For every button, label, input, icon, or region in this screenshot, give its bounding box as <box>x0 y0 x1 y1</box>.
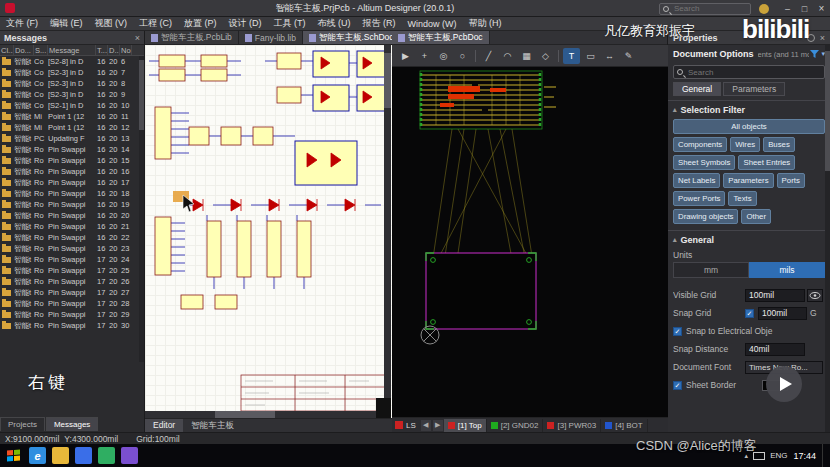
filter-button-components[interactable]: Components <box>673 137 727 152</box>
message-row[interactable]: 智能tMiPoint 1 (12162011 <box>0 111 144 122</box>
menu-item[interactable]: 编辑 (E) <box>44 17 89 30</box>
message-row[interactable]: 智能tRoPin Swappi162015 <box>0 155 144 166</box>
unit-mils-button[interactable]: mils <box>749 262 825 278</box>
layer-tab[interactable]: [4] BOT <box>601 419 648 432</box>
arc-tool-icon[interactable]: ◠ <box>499 48 516 64</box>
column-header[interactable]: Cl... <box>0 45 14 55</box>
layer-prev-button[interactable]: ◀ <box>421 420 431 431</box>
menu-item[interactable]: 放置 (P) <box>178 17 223 30</box>
via-tool-icon[interactable]: ○ <box>454 48 471 64</box>
layer-tab[interactable]: [3] PWR03 <box>543 419 601 432</box>
layer-sets-button[interactable]: LS <box>406 421 416 430</box>
message-row[interactable]: 智能tRoPin Swappi162021 <box>0 221 144 232</box>
document-tab[interactable]: Fany-lib.lib <box>239 31 303 44</box>
select-tool-icon[interactable]: ▶ <box>397 48 414 64</box>
message-row[interactable]: 智能tRoPin Swappi162020 <box>0 210 144 221</box>
menu-item[interactable]: 报告 (R) <box>357 17 402 30</box>
message-row[interactable]: 智能tCo[S2-3] in D16208 <box>0 78 144 89</box>
message-row[interactable]: 智能tRoPin Swappi172025 <box>0 265 144 276</box>
message-row[interactable]: 智能tRoPin Swappi162022 <box>0 232 144 243</box>
pencil-tool-icon[interactable]: ✎ <box>620 48 637 64</box>
message-row[interactable]: 智能tRoPin Swappi162016 <box>0 166 144 177</box>
altium-app-icon[interactable] <box>5 3 15 13</box>
message-row[interactable]: 智能tRoPin Swappi172028 <box>0 298 144 309</box>
filter-button-parameters[interactable]: Parameters <box>723 173 773 188</box>
filter-button-wires[interactable]: Wires <box>730 137 760 152</box>
close-button[interactable]: × <box>813 1 830 16</box>
message-row[interactable]: 智能tRoPin Swappi162018 <box>0 188 144 199</box>
column-header[interactable]: Do... <box>14 45 34 55</box>
show-desktop-button[interactable] <box>822 444 826 467</box>
properties-search-input[interactable] <box>686 67 816 78</box>
document-tab[interactable]: 智能车主板.SchDoc <box>303 31 401 44</box>
column-header[interactable]: T... <box>96 45 108 55</box>
column-header[interactable]: D... <box>108 45 120 55</box>
filter-button-buses[interactable]: Buses <box>763 137 795 152</box>
message-row[interactable]: 智能tCo[S2-3] in D16209 <box>0 89 144 100</box>
app-icon-green[interactable] <box>98 447 115 464</box>
visible-grid-input[interactable] <box>745 289 805 302</box>
column-header[interactable]: No... <box>120 45 132 55</box>
messages-scrollbar[interactable] <box>139 56 144 362</box>
properties-search[interactable] <box>673 65 825 79</box>
start-button[interactable] <box>0 444 26 467</box>
filter-button-power-ports[interactable]: Power Ports <box>673 191 725 206</box>
general-section-header[interactable]: ▴ General <box>668 230 830 247</box>
schematic-vscrollbar[interactable] <box>384 45 391 418</box>
editor-tab[interactable]: Editor <box>145 419 183 432</box>
selection-filter-section-header[interactable]: ▴ Selection Filter <box>668 100 830 117</box>
component-tool-icon[interactable]: ▭ <box>582 48 599 64</box>
fill-tool-icon[interactable]: ▦ <box>518 48 535 64</box>
unit-mm-button[interactable]: mm <box>673 262 749 278</box>
ie-icon[interactable]: e <box>29 447 46 464</box>
track-tool-icon[interactable]: ╱ <box>480 48 497 64</box>
filter-button-sheet-entries[interactable]: Sheet Entries <box>738 155 795 170</box>
snap-distance-input[interactable] <box>745 343 805 356</box>
global-search-input[interactable] <box>672 3 742 14</box>
menu-item[interactable]: 视图 (V) <box>89 17 134 30</box>
close-icon[interactable]: × <box>135 33 140 43</box>
message-row[interactable]: 智能tRoPin Swappi162017 <box>0 177 144 188</box>
message-row[interactable]: 智能tRoPin Swappi172024 <box>0 254 144 265</box>
polygon-tool-icon[interactable]: ◇ <box>537 48 554 64</box>
filter-button-net-labels[interactable]: Net Labels <box>673 173 720 188</box>
snap-grid-checkbox[interactable]: ✓ <box>745 309 754 318</box>
message-row[interactable]: 智能tCo[S2-1] in D162010 <box>0 100 144 111</box>
explorer-folder-icon[interactable] <box>52 447 69 464</box>
filter-button-ports[interactable]: Ports <box>777 173 805 188</box>
filter-funnel-icon[interactable]: ▾ <box>809 49 825 59</box>
filter-button-all-objects[interactable]: All objects <box>673 119 825 134</box>
menu-item[interactable]: 帮助 (H) <box>463 17 508 30</box>
message-row[interactable]: 智能tRoPin Swappi172029 <box>0 309 144 320</box>
schematic-canvas[interactable] <box>145 45 392 418</box>
menu-item[interactable]: 工具 (T) <box>268 17 312 30</box>
app-icon-purple[interactable] <box>121 447 138 464</box>
document-tab[interactable]: 智能车主板.PcbLib <box>145 31 239 44</box>
schematic-hscrollbar[interactable] <box>145 411 377 418</box>
pad-tool-icon[interactable]: ◎ <box>435 48 452 64</box>
message-row[interactable]: 智能tPCUpdating F162013 <box>0 133 144 144</box>
dimension-tool-icon[interactable]: ↔ <box>601 48 618 64</box>
message-row[interactable]: 智能tMiPoint 1 (12162012 <box>0 122 144 133</box>
panel-tab-projects[interactable]: Projects <box>0 417 45 431</box>
language-indicator[interactable]: ENG <box>770 451 787 460</box>
snap-electrical-checkbox[interactable]: ✓ <box>673 327 682 336</box>
message-row[interactable]: 智能tCo[S2-8] in D16206 <box>0 56 144 67</box>
layer-next-button[interactable]: ▶ <box>433 420 443 431</box>
play-button-overlay[interactable] <box>766 366 802 402</box>
menu-item[interactable]: Window (W) <box>402 19 463 29</box>
message-row[interactable]: 智能tRoPin Swappi162019 <box>0 199 144 210</box>
properties-scrollbar[interactable] <box>825 45 830 432</box>
app-icon-blue[interactable] <box>75 447 92 464</box>
filter-button-other[interactable]: Other <box>741 209 771 224</box>
message-row[interactable]: 智能tCo[S2-3] in D16207 <box>0 67 144 78</box>
visible-grid-eye-button[interactable] <box>807 289 823 302</box>
message-row[interactable]: 智能tRoPin Swappi172030 <box>0 320 144 331</box>
properties-tab-parameters[interactable]: Parameters <box>723 82 785 96</box>
column-header[interactable]: Message <box>48 45 96 55</box>
move-tool-icon[interactable]: + <box>416 48 433 64</box>
menu-item[interactable]: 布线 (U) <box>312 17 357 30</box>
close-icon[interactable]: × <box>820 33 825 43</box>
clock[interactable]: 17:44 <box>793 451 816 461</box>
column-header[interactable]: S... <box>34 45 48 55</box>
